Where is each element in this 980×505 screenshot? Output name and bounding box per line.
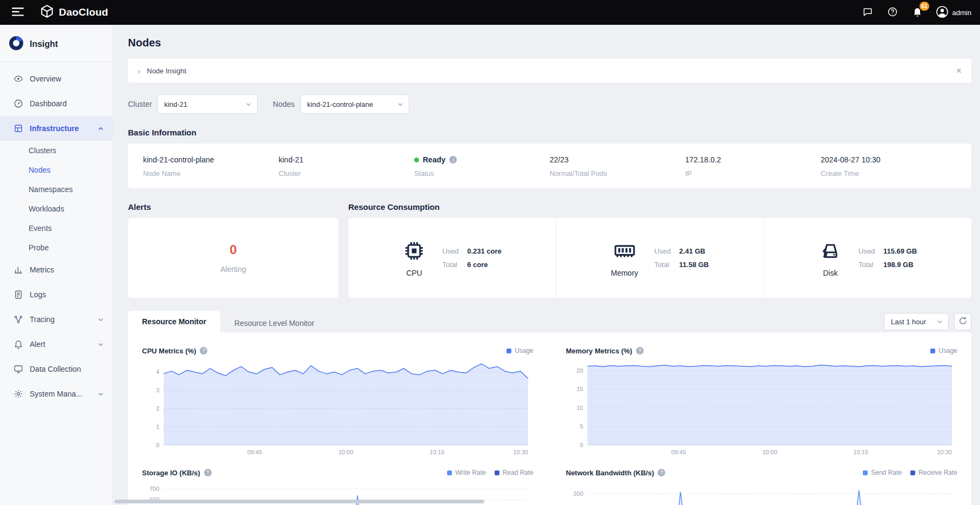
sidebar-item-alert[interactable]: Alert <box>0 332 112 357</box>
cluster-select-value: kind-21 <box>164 100 187 108</box>
sidebar-item-infrastructure[interactable]: Infrastructure <box>0 116 112 141</box>
chevron-up-icon <box>98 127 104 131</box>
node-insight-label: Node Insight <box>147 67 186 75</box>
sidebar-item-data-collection[interactable]: Data Collection <box>0 357 112 381</box>
svg-text:200: 200 <box>573 490 583 497</box>
resource-consumption-section: Resource Consumption CPU Used0.231 core … <box>348 202 971 298</box>
chevron-right-icon[interactable]: › <box>138 66 140 76</box>
sidebar-item-label: Dashboard <box>30 99 67 108</box>
cluster-filter: Cluster kind-21 <box>128 94 258 114</box>
create-time-value: 2024-08-27 10:30 <box>821 155 956 164</box>
chart-controls: Last 1 hour <box>884 313 971 330</box>
legend-item[interactable]: Usage <box>930 347 957 354</box>
cpu-usage-plot: 0123409:4510:0010:1510:30 <box>142 361 533 459</box>
alerts-heading: Alerts <box>128 202 339 211</box>
user-menu[interactable]: admin <box>936 5 971 20</box>
svg-text:1: 1 <box>156 424 159 430</box>
eye-icon <box>13 74 23 84</box>
brand-name: DaoCloud <box>59 6 108 18</box>
network-bandwidth-chart: Network Bandwidth (KB/s) ? Send RateRece… <box>566 467 957 505</box>
notification-badge: 61 <box>920 2 929 11</box>
memory-used-label: Used <box>654 247 673 255</box>
sidebar-item-label: Overview <box>30 74 61 83</box>
chart-legend: Write RateRead Rate <box>447 469 533 476</box>
page-title: Nodes <box>128 37 971 49</box>
sidebar-item-label: Alert <box>30 340 45 349</box>
refresh-button[interactable] <box>954 313 971 330</box>
help-icon[interactable]: ? <box>204 469 212 476</box>
tab-resource-level-monitor[interactable]: Resource Level Monitor <box>220 314 328 332</box>
notifications-button[interactable]: 61 <box>911 5 924 20</box>
legend-item[interactable]: Write Rate <box>447 469 485 476</box>
disk-total-label: Total <box>859 261 877 269</box>
time-range-select[interactable]: Last 1 hour <box>884 313 949 330</box>
resource-consumption-card: CPU Used0.231 core Total6 core Memory <box>348 218 971 298</box>
monitor-icon <box>13 364 23 374</box>
infrastructure-icon <box>13 124 23 133</box>
chevron-down-icon <box>937 320 943 324</box>
sidebar-item-probe[interactable]: Probe <box>0 238 112 257</box>
sidebar-item-logs[interactable]: Logs <box>0 282 112 307</box>
time-range-value: Last 1 hour <box>891 318 926 326</box>
refresh-icon <box>958 316 968 327</box>
svg-text:10:15: 10:15 <box>430 449 445 455</box>
horizontal-scrollbar[interactable] <box>114 500 484 503</box>
svg-text:10:15: 10:15 <box>854 449 869 455</box>
node-name-value: kind-21-control-plane <box>143 155 279 164</box>
legend-item[interactable]: Read Rate <box>495 469 533 476</box>
pods-value: 22/23 <box>550 155 685 164</box>
alerting-count: 0 <box>229 242 236 257</box>
svg-text:5: 5 <box>580 423 583 429</box>
help-icon[interactable]: ? <box>636 347 644 354</box>
sidebar-item-system-management[interactable]: System Mana... <box>0 381 112 406</box>
sidebar-divider <box>0 62 112 62</box>
legend-item[interactable]: Receive Rate <box>910 469 957 476</box>
menu-toggle-button[interactable] <box>9 4 27 21</box>
legend-item[interactable]: Send Rate <box>863 469 902 476</box>
sidebar-item-clusters[interactable]: Clusters <box>0 141 112 160</box>
sidebar-item-dashboard[interactable]: Dashboard <box>0 91 112 116</box>
legend-item[interactable]: Usage <box>506 347 533 354</box>
sidebar: Insight Overview Dashboard Infrastructur… <box>0 25 113 505</box>
help-icon[interactable]: ? <box>200 347 207 354</box>
sidebar-item-metrics[interactable]: Metrics <box>0 257 112 282</box>
cluster-select[interactable]: kind-21 <box>157 94 258 114</box>
sidebar-item-tracing[interactable]: Tracing <box>0 307 112 332</box>
resource-consumption-heading: Resource Consumption <box>348 202 971 211</box>
chart-title: CPU Metrics (%) <box>142 347 196 355</box>
sidebar-item-events[interactable]: Events <box>0 219 112 238</box>
help-icon[interactable]: ? <box>658 469 665 476</box>
cluster-value: kind-21 <box>279 155 414 164</box>
product-name: Insight <box>30 39 58 49</box>
cpu-used-label: Used <box>442 247 461 255</box>
alerts-section: Alerts 0 Alerting <box>128 202 339 298</box>
legend-swatch-icon <box>930 349 935 353</box>
status-value: Ready <box>423 155 445 164</box>
brand[interactable]: DaoCloud <box>40 4 108 21</box>
daocloud-logo-icon <box>40 4 54 21</box>
nodes-select[interactable]: kind-21-control-plane <box>300 94 409 114</box>
chevron-down-icon <box>98 343 104 346</box>
close-icon[interactable]: × <box>956 66 962 76</box>
sidebar-item-overview[interactable]: Overview <box>0 66 112 91</box>
product-header[interactable]: Insight <box>0 25 112 62</box>
help-button[interactable] <box>886 5 899 20</box>
tab-resource-monitor[interactable]: Resource Monitor <box>128 311 220 332</box>
sidebar-item-namespaces[interactable]: Namespaces <box>0 180 112 199</box>
svg-text:09:45: 09:45 <box>671 449 686 455</box>
chart-title: Network Bandwidth (KB/s) <box>566 469 654 477</box>
legend-label: Usage <box>938 347 957 354</box>
disk-name: Disk <box>823 269 837 277</box>
node-insight-panel: › Node Insight × <box>128 59 971 83</box>
sidebar-item-label: Infrastructure <box>30 124 79 133</box>
memory-name: Memory <box>611 269 638 277</box>
cluster-filter-label: Cluster <box>128 100 152 108</box>
svg-text:0: 0 <box>580 442 583 448</box>
sidebar-item-workloads[interactable]: Workloads <box>0 199 112 219</box>
info-icon[interactable]: i <box>449 156 457 163</box>
chat-button[interactable] <box>861 5 874 20</box>
cluster-label: Cluster <box>279 169 414 178</box>
node-name-field: kind-21-control-plane Node Name <box>143 155 279 178</box>
ip-field: 172.18.0.2 IP <box>685 155 821 178</box>
sidebar-item-nodes[interactable]: Nodes <box>0 160 112 180</box>
